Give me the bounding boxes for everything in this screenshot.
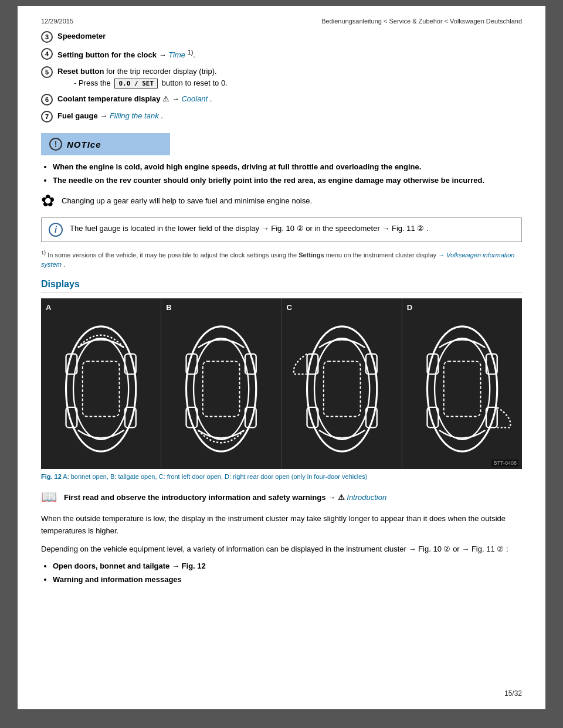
svg-rect-16 bbox=[323, 361, 360, 416]
svg-point-7 bbox=[186, 326, 256, 451]
final-bullets: Open doors, bonnet and tailgate → Fig. 1… bbox=[53, 562, 522, 584]
car-panel-a: A bbox=[41, 298, 161, 469]
car-svg-a bbox=[46, 315, 156, 462]
item-4-label: Setting button for the clock bbox=[57, 50, 157, 59]
read-observe-label: First read and observe the introductory … bbox=[64, 493, 335, 502]
final-bullet-1: Open doors, bonnet and tailgate → Fig. 1… bbox=[53, 562, 522, 570]
final-bullet-1-link[interactable]: → Fig. 12 bbox=[172, 562, 206, 570]
body-fig10-link[interactable]: → Fig. 10 ② bbox=[409, 545, 451, 553]
info-fig11-link[interactable]: → Fig. 11 ② bbox=[382, 224, 424, 233]
info-box-text: The fuel gauge is located in the lower f… bbox=[70, 223, 429, 234]
footnote: 1) In some versions of the vehicle, it m… bbox=[41, 249, 522, 270]
body-fig11-link[interactable]: → Fig. 11 ② bbox=[462, 545, 504, 553]
notice-title: NOTIce bbox=[67, 140, 101, 149]
circle-5: 5 bbox=[41, 66, 53, 78]
notice-bullet-2: The needle on the rev counter should onl… bbox=[53, 176, 522, 185]
svg-rect-23 bbox=[444, 361, 481, 416]
read-observe-box: 📖 First read and observe the introductor… bbox=[41, 489, 522, 505]
item-6-label: Coolant temperature display bbox=[57, 94, 161, 103]
item-4: 4 Setting button for the clock → Time 1)… bbox=[41, 47, 522, 61]
svg-point-22 bbox=[435, 338, 490, 440]
item-4-link[interactable]: Time bbox=[168, 50, 185, 59]
svg-point-14 bbox=[307, 326, 377, 451]
panel-label-c: C bbox=[287, 303, 397, 312]
svg-rect-2 bbox=[83, 361, 120, 416]
notice-bullet-1: When the engine is cold, avoid high engi… bbox=[53, 162, 522, 171]
item-5-subitem: - Press the 0.0 / SET button to reset to… bbox=[74, 79, 228, 89]
info-icon: i bbox=[49, 223, 63, 237]
car-display-grid: A B bbox=[41, 298, 522, 469]
panel-label-d: D bbox=[407, 303, 517, 312]
info-box: i The fuel gauge is located in the lower… bbox=[41, 217, 522, 242]
item-7-link[interactable]: Filling the tank bbox=[110, 111, 159, 120]
notice-icon: ! bbox=[49, 138, 62, 151]
circle-6: 6 bbox=[41, 94, 53, 106]
header-title: Bedienungsanleitung < Service & Zubehör … bbox=[321, 18, 522, 25]
item-6: 6 Coolant temperature display ⚠ → Coolan… bbox=[41, 93, 522, 106]
item-5-label: Reset button bbox=[57, 67, 104, 76]
item-5: 5 Reset button for the trip recorder dis… bbox=[41, 66, 522, 89]
svg-point-8 bbox=[194, 338, 249, 440]
notice-bullets: When the engine is cold, avoid high engi… bbox=[53, 162, 522, 185]
item-7-label: Fuel gauge bbox=[57, 111, 98, 120]
car-svg-b bbox=[166, 315, 276, 462]
read-observe-text: First read and observe the introductory … bbox=[64, 493, 386, 502]
reset-button-display: 0.0 / SET bbox=[114, 79, 158, 89]
item-3: 3 Speedometer bbox=[41, 30, 522, 43]
item-6-link[interactable]: Coolant bbox=[181, 94, 208, 103]
circle-4: 4 bbox=[41, 48, 53, 60]
item-3-label: Speedometer bbox=[57, 32, 106, 40]
page-number: 15/32 bbox=[504, 689, 522, 698]
displays-title: Displays bbox=[41, 279, 522, 292]
body-para-1: When the outside temperature is low, the… bbox=[41, 513, 522, 538]
svg-point-15 bbox=[314, 338, 369, 440]
fig-caption: Fig. 12 A: bonnet open, B: tailgate open… bbox=[41, 472, 522, 481]
panel-label-a: A bbox=[46, 303, 156, 312]
circle-7: 7 bbox=[41, 111, 53, 123]
svg-point-0 bbox=[66, 326, 136, 451]
car-svg-d bbox=[407, 315, 517, 462]
car-panel-b: B bbox=[161, 298, 282, 469]
circle-3: 3 bbox=[41, 31, 53, 43]
eco-tip-text: Changing up a gear early will help to sa… bbox=[62, 193, 312, 207]
svg-point-1 bbox=[73, 338, 128, 440]
eco-tip: ✿ Changing up a gear early will help to … bbox=[41, 193, 522, 209]
notice-box: ! NOTIce bbox=[41, 133, 170, 155]
car-panel-c: C bbox=[282, 298, 402, 469]
info-fig10-link[interactable]: → Fig. 10 ② bbox=[262, 224, 304, 233]
fig-caption-link[interactable]: A: bonnet open, B: tailgate open, C: fro… bbox=[63, 473, 367, 480]
car-panel-d: D BTT-0408 bbox=[402, 298, 522, 469]
book-icon: 📖 bbox=[41, 489, 57, 505]
final-bullet-2: Warning and information messages bbox=[53, 575, 522, 584]
panel-label-b: B bbox=[166, 303, 276, 312]
header-date: 12/29/2015 bbox=[41, 18, 73, 25]
page-header: 12/29/2015 Bedienungsanleitung < Service… bbox=[41, 18, 522, 25]
svg-point-21 bbox=[427, 326, 497, 451]
body-para-2: Depending on the vehicle equipment level… bbox=[41, 543, 522, 556]
btt-label: BTT-0408 bbox=[491, 460, 518, 467]
introduction-link[interactable]: Introduction bbox=[347, 493, 386, 502]
item-7: 7 Fuel gauge → Filling the tank . bbox=[41, 110, 522, 123]
svg-rect-9 bbox=[203, 361, 240, 416]
car-svg-c bbox=[287, 315, 397, 462]
eco-icon: ✿ bbox=[41, 193, 55, 209]
